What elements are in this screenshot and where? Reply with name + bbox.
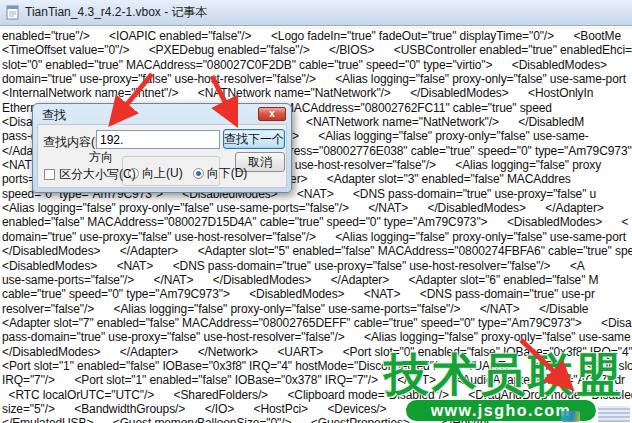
find-dialog: 查找 x 查找内容(N): 查找下一个(F) 取消 方向 向上(U) 向下(D) <box>32 103 292 193</box>
match-case-checkbox[interactable]: 区分大小写(C) <box>44 166 136 183</box>
text-line: resolver="false"/> <Alias logging="false… <box>2 302 632 316</box>
direction-down-label: 向下(D) <box>207 165 248 182</box>
text-line: use-same-ports="false"/> </NAT> </Disabl… <box>2 273 632 287</box>
text-line: <Port slot="1" enabled="false" IOBase="0… <box>2 359 632 373</box>
text-line: pass-domain="true" use-proxy="false" use… <box>2 330 632 344</box>
text-line: size="5"/> <BandwidthGroups/> </IO> <Hos… <box>2 402 632 416</box>
text-line: domain="true" use-proxy="false" use-host… <box>2 230 632 244</box>
notepad-icon <box>6 5 20 20</box>
find-next-button[interactable]: 查找下一个(F) <box>223 129 285 149</box>
match-case-label: 区分大小写(C) <box>59 166 136 183</box>
text-line: <TimeOffset value="0"/> <PXEDebug enable… <box>2 43 632 57</box>
checkbox-icon <box>44 169 55 180</box>
direction-up-radio[interactable]: 向上(U) <box>128 165 183 182</box>
text-line: enabled="true"/> <IOAPIC enabled="false"… <box>2 29 632 43</box>
text-line: IRQ="7"/> <Port slot="1" enabled="false"… <box>2 373 632 387</box>
text-line: domain="true" use-proxy="false" use-host… <box>2 72 632 86</box>
text-line: cable="true" speed="0" type="Am79C973"> … <box>2 287 632 301</box>
text-line: <DisabledModes> <NAT> <DNS pass-domain="… <box>2 259 632 273</box>
text-line: slot="0" enabled="true" MACAddress="0800… <box>2 58 632 72</box>
text-line: enabled="false" MACAddress="080027D15D4A… <box>2 215 632 229</box>
window-title: TianTian_4.3_r4.2-1.vbox - 记事本 <box>25 4 208 21</box>
text-line: </EmulatedUSB> <Guest memoryBalloonSize=… <box>2 416 632 423</box>
direction-label: 方向 <box>86 149 116 166</box>
find-dialog-title: 查找 <box>42 107 66 124</box>
radio-down-icon-selected <box>193 168 204 179</box>
text-line: </DisabledModes> </Adapter> <Adapter slo… <box>2 244 632 258</box>
text-line: </DisabledModes> </Adapter> </Network> <… <box>2 345 632 359</box>
text-line: <Alias logging="false" proxy-only="false… <box>2 201 632 215</box>
text-line: <InternalNetwork name="intnet"/> <NATNet… <box>2 86 632 100</box>
text-editor[interactable]: enabled="true"/> <IOAPIC enabled="false"… <box>0 29 632 423</box>
title-bar[interactable]: TianTian_4.3_r4.2-1.vbox - 记事本 <box>0 0 632 26</box>
direction-down-radio[interactable]: 向下(D) <box>193 165 248 182</box>
find-input[interactable] <box>96 130 220 149</box>
text-line: <RTC localOrUTC="UTC"/> <SharedFolders/>… <box>2 388 632 402</box>
find-dialog-body: 查找内容(N): 查找下一个(F) 取消 方向 向上(U) 向下(D) 区分大小… <box>37 124 287 188</box>
direction-up-label: 向上(U) <box>142 165 183 182</box>
notepad-window: TianTian_4.3_r4.2-1.vbox - 记事本 文件(F)编辑(E… <box>0 0 632 423</box>
close-icon[interactable]: x <box>258 107 286 121</box>
corner-artifact <box>598 406 630 422</box>
corner-artifact-icon <box>561 411 580 422</box>
text-line: <Adapter slot="7" enabled="false" MACAdd… <box>2 316 632 330</box>
